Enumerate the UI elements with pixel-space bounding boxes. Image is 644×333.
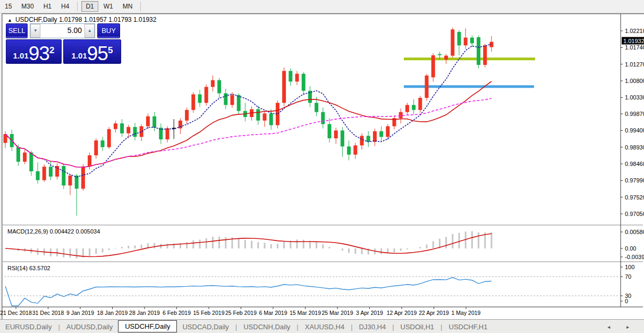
candle-body — [43, 166, 46, 180]
axis-label: 1.01740 — [625, 44, 644, 51]
volume-increase-button[interactable]: ▲ — [84, 24, 95, 38]
axis-label: 1.02210 — [625, 28, 644, 34]
candle-body — [75, 176, 79, 189]
candle-body — [36, 171, 40, 180]
macd-indicator-label: MACD(12,26,9) 0.004422 0.005034 — [7, 228, 100, 235]
candle-body — [88, 155, 91, 166]
candle-body — [399, 112, 403, 118]
tab-separator: | — [391, 323, 395, 331]
candle-body — [457, 32, 461, 45]
candle-body — [211, 80, 215, 87]
candle-body — [464, 38, 468, 46]
chart-tab-usdcnh-daily[interactable]: USDCNH,Daily — [238, 321, 295, 332]
candle-body — [185, 110, 189, 121]
trade-panel-top-row: SELL ▼ 5.00 ▲ BUY — [6, 23, 120, 38]
candle-body — [224, 93, 227, 105]
candle-body — [431, 55, 435, 77]
candle-body — [328, 124, 332, 138]
candle-body — [289, 71, 292, 81]
candle-body — [140, 126, 143, 137]
date-label: 31 Dec 2018 — [32, 310, 64, 316]
moving-average-line — [5, 44, 492, 177]
candle-body — [451, 29, 454, 55]
candle-body — [166, 128, 170, 139]
date-label: 18 Jan 2019 — [97, 310, 128, 316]
axis-label: 0.97520 — [625, 194, 644, 201]
candle-body — [302, 74, 306, 91]
date-label: 12 Apr 2019 — [387, 310, 417, 316]
candle-body — [490, 42, 494, 47]
candle-body — [231, 95, 234, 105]
one-click-trading-panel: SELL ▼ 5.00 ▲ BUY 1.01932 1.01955 — [6, 23, 120, 61]
date-label: 6 Feb 2019 — [163, 310, 191, 316]
candle-body — [146, 116, 150, 127]
candle-body — [353, 145, 357, 154]
date-label: 6 Mar 2019 — [259, 310, 287, 316]
chart-tab-dj30-h4[interactable]: DJ30,H4 — [354, 321, 392, 332]
axis-label: 0.005805 — [625, 229, 644, 235]
volume-input[interactable]: 5.00 — [40, 24, 84, 38]
candle-body — [191, 94, 195, 110]
chart-tab-eurusd-daily[interactable]: EURUSD,Daily — [0, 321, 57, 332]
chart-tab-usdchf-h1[interactable]: USDCHF,H1 — [444, 321, 493, 332]
date-label: 9 Jan 2019 — [66, 310, 94, 316]
candle-body — [444, 56, 448, 60]
chart-tab-audusd-daily[interactable]: AUDUSD,Daily — [61, 321, 118, 332]
axis-label: 0.98930 — [625, 144, 644, 151]
tab-separator: | — [57, 323, 61, 331]
buy-price-quote[interactable]: 1.01955 — [63, 39, 121, 64]
candle-body — [101, 140, 105, 147]
macd-signal-line — [5, 234, 492, 256]
candle-body — [205, 87, 208, 103]
candle-body — [120, 123, 124, 134]
candle-body — [334, 130, 338, 138]
candle-body — [126, 127, 130, 134]
candle-body — [16, 147, 20, 162]
sell-button[interactable]: SELL — [6, 23, 28, 38]
candle-body — [295, 74, 299, 82]
chart-tab-usdchf-daily[interactable]: USDCHF,Daily — [118, 320, 177, 332]
chart-tab-bar: EURUSD,Daily|AUDUSD,DailyUSDCHF,DailyUSD… — [0, 319, 644, 333]
volume-spinner: ▼ 5.00 ▲ — [30, 23, 95, 38]
buy-price-pip: 5 — [108, 40, 113, 61]
collapse-panel-icon[interactable]: ▲ — [7, 18, 12, 23]
date-label: 25 Feb 2019 — [225, 310, 257, 316]
candle-body — [94, 140, 98, 155]
candle-body — [217, 80, 221, 94]
tab-scroll-arrows[interactable]: ◂ ▸ — [607, 324, 637, 330]
axis-label: 1.00800 — [625, 78, 644, 84]
axis-label: 0.99400 — [625, 127, 644, 134]
candle-body — [418, 98, 422, 110]
chart-tab-usdcad-daily[interactable]: USDCAD,Daily — [177, 321, 234, 332]
candle-body — [179, 121, 182, 129]
date-label: 22 Apr 2019 — [419, 310, 449, 316]
axis-label: 1.01932 — [623, 38, 644, 44]
axis-label: 0.99870 — [625, 111, 644, 117]
date-label: 15 Mar 2019 — [290, 310, 321, 316]
rsi-indicator-label: RSI(14) 63.5702 — [7, 265, 50, 271]
axis-label: 0 — [625, 298, 628, 304]
chart-title-text: USDCHF,Daily 1.01798 1.01957 1.01793 1.0… — [15, 16, 157, 23]
tab-separator: | — [295, 323, 299, 331]
candle-body — [341, 130, 344, 146]
axis-label: 1.00330 — [625, 94, 644, 101]
candle-body — [29, 153, 33, 171]
volume-decrease-button[interactable]: ▼ — [30, 24, 40, 38]
axis-label: -0.003945 — [625, 254, 644, 260]
buy-price-small: 1.01 — [72, 50, 87, 62]
candle-body — [425, 76, 429, 98]
candle-body — [379, 131, 383, 137]
candle-body — [315, 103, 318, 112]
tab-separator: | — [439, 323, 443, 331]
candle-body — [263, 113, 267, 120]
axis-label: 70 — [625, 273, 631, 280]
axis-label: 1.01270 — [625, 61, 644, 68]
buy-button[interactable]: BUY — [97, 23, 120, 38]
candle-body — [23, 153, 27, 162]
sell-price-quote[interactable]: 1.01932 — [6, 39, 62, 64]
candle-body — [62, 166, 65, 186]
moving-average-line — [5, 81, 492, 167]
chart-tab-xauusd-h4[interactable]: XAUUSD,H4 — [300, 321, 350, 332]
chart-tab-usdoil-h1[interactable]: USDOil,H1 — [395, 321, 440, 332]
date-label: 28 Jan 2019 — [129, 310, 160, 316]
